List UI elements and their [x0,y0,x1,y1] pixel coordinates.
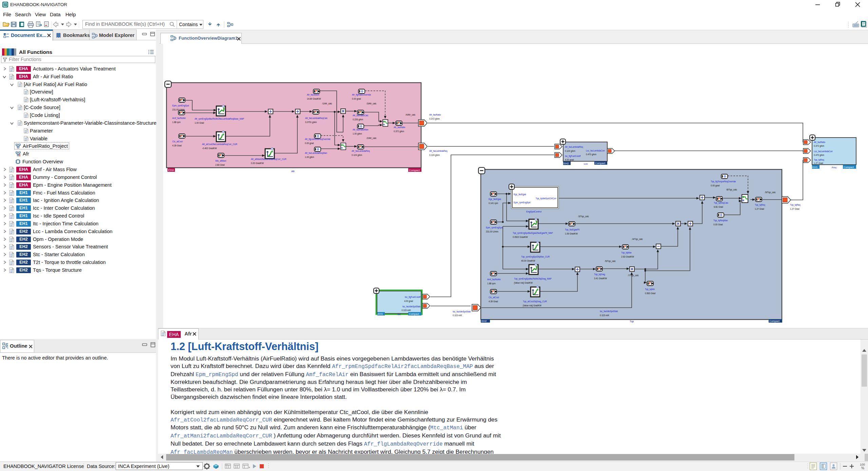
svg-text:Tqs_flgTorqueReqOverride: Tqs_flgTorqueReqOverride [711,180,736,183]
svg-text:Afr_atCool2facLambdaReqCorr_CU: Afr_atCool2facLambdaReqCorr_CUR [202,143,237,146]
svg-text:0.372 g/km: 0.372 g/km [814,145,824,147]
svg-text:EH2: EH2 [481,320,487,323]
svg-text:Afr_facRatio: Afr_facRatio [429,114,441,116]
svg-text:Afr_facRatio: Afr_facRatio [814,141,826,144]
svg-text:0.470 g/km: 0.470 g/km [586,153,596,156]
svg-text:231.00 U/min: 231.00 U/min [172,108,185,111]
svg-text:1.88 rpm: 1.88 rpm [487,282,495,285]
svg-text:Tqs_rpmEngSpdfacRelAir2tqDrag_: Tqs_rpmEngSpdfacRelAir2tqDrag_MAP [514,278,552,280]
svg-text:Epm_rpmEngSpd: Epm_rpmEngSpd [172,104,189,107]
svg-text:2.63 GradKW: 2.63 GradKW [621,255,634,258]
svg-text:[Value n/a] GradKW: [Value n/a] GradKW [523,304,542,307]
svg-text:Afr_facRatioCalc: Afr_facRatioCalc [353,114,369,117]
svg-text:Amf_facRelAir: Amf_facRelAir [487,278,501,281]
svg-text:1.00 g/km: 1.00 g/km [353,132,362,135]
svg-text:Lcc_facLambdaCorr: Lcc_facLambdaCorr [586,149,605,152]
svg-text:0.563 Grad: 0.563 Grad [645,292,656,294]
svg-text:Ctc_atCool: Ctc_atCool [489,296,499,299]
svg-text:0.115 m/K: 0.115 m/K [401,309,411,311]
svg-text:1.27 Grad: 1.27 Grad [790,208,800,210]
svg-text:Afr_facLambdaReqMan: Afr_facLambdaReqMan [305,152,327,155]
svg-text:/1/Afr_calc: /1/Afr_calc [322,102,332,105]
svg-text:Epm_rpmEngSpd: Epm_rpmEngSpd [486,226,503,229]
svg-text:-0.402 GradKW: -0.402 GradKW [202,147,217,149]
svg-text:6.81 Grad: 6.81 Grad [714,206,723,208]
svg-text:Compact: Compact [409,312,419,315]
svg-text:Compact: Compact [595,162,606,165]
svg-text:Afr: Afr [291,170,295,173]
svg-text:/4/Tqs_calc: /4/Tqs_calc [632,238,643,241]
svg-text:1.06 GradKW: 1.06 GradKW [565,232,578,235]
svg-text:Amf_facRelAir: Amf_facRelAir [172,117,186,120]
svg-text:0.00 GradKW: 0.00 GradKW [251,162,264,164]
svg-text:Fmc: Fmc [832,166,837,169]
svg-text:40.00 GradKW: 40.00 GradKW [521,260,535,262]
svg-text:x: x [236,466,237,468]
svg-text:Isc_flgFuelCutoff: Isc_flgFuelCutoff [405,296,420,299]
svg-text:Ctc_atCool: Ctc_atCool [172,140,183,143]
svg-text:Afr_facLambdaReq: Afr_facLambdaReq [429,150,448,152]
svg-text:Isc_flgFuelCutoff: Isc_flgFuelCutoff [565,155,580,158]
svg-text:4.39 Grad: 4.39 Grad [489,300,498,303]
svg-text:Isc_facIdleSpdStab: Isc_facIdleSpdStab [402,305,421,308]
svg-text:%: % [861,466,864,470]
svg-text:0.124 g/km: 0.124 g/km [565,150,575,152]
svg-text:0.226 g/km: 0.226 g/km [353,118,363,121]
svg-text:Tqs_tqReq: Tqs_tqReq [790,204,801,206]
svg-text:2.83 Grad: 2.83 Grad [215,164,225,166]
svg-text:Tqs_tqReqMan: Tqs_tqReqMan [713,219,728,222]
svg-text:EH1: EH1 [812,166,818,169]
svg-text:Compact: Compact [844,166,854,169]
svg-text:Tqs_rpmEngSpdfacEgas2facEgasFl: Tqs_rpmEngSpdfacEgas2facEgasFlt_MAP [513,232,553,234]
svg-text:0.0522 GradKW: 0.0522 GradKW [513,236,528,238]
svg-text:Tqs_tqMin: Tqs_tqMin [645,288,655,291]
svg-text:Afr_facLambdaReqCalc: Afr_facLambdaReqCalc [305,117,328,120]
svg-text:EngSpdControl: EngSpdControl [526,210,541,213]
svg-text:Compact: Compact [769,320,780,323]
svg-text:Tqs_tqReq: Tqs_tqReq [755,204,765,206]
svg-text:/3/Afr_calc: /3/Afr_calc [367,102,377,105]
svg-text:Lcc_facLambdaCorr: Lcc_facLambdaCorr [814,150,833,153]
svg-text:KF: KF [226,464,228,466]
svg-text:Tqs_facEgasFlt: Tqs_facEgasFlt [565,228,579,231]
svg-text:Tqs_tqIdleSpdCtrlCorr: Tqs_tqIdleSpdCtrlCorr [536,197,557,200]
svg-text:Tqs_tqDrag: Tqs_tqDrag [594,273,605,276]
svg-text:0.115 m/K: 0.115 m/K [453,314,462,316]
svg-text:14.69 GradKW: 14.69 GradKW [307,98,321,100]
svg-text:Afr_facLambdaReq: Afr_facLambdaReq [565,146,583,148]
svg-text:/4/Afr_calc: /4/Afr_calc [406,114,416,116]
svg-text:EHA: EHA [168,168,174,172]
svg-text:Tqs_tqReqCalc: Tqs_tqReqCalc [714,202,729,204]
svg-text:Egc_facEgas: Egc_facEgas [489,198,501,201]
svg-text:3.41 GradKW: 3.41 GradKW [594,277,607,280]
svg-text:Isc_facIdleSpdStab: Isc_facIdleSpdStab [600,310,618,313]
svg-text:4.00 grad: 4.00 grad [565,159,574,161]
svg-text:Afr_flgRatioOverride: Afr_flgRatioOverride [352,94,371,96]
svg-text:Afr_facRatio: Afr_facRatio [394,126,406,129]
svg-text:231.00 U/min: 231.00 U/min [486,230,498,233]
svg-text:Tqs_rpmEngSpd2tqMax_CUR: Tqs_rpmEngSpd2tqMax_CUR [521,255,550,258]
svg-text:0.124 g/km: 0.124 g/km [429,154,440,157]
svg-text:0.00 grad: 0.00 grad [305,142,314,145]
svg-text:/5/Tqs_calc: /5/Tqs_calc [605,260,616,263]
svg-text:Afr_flgLambdaReqOverride: Afr_flgLambdaReqOverride [305,138,331,141]
svg-text:Compact: Compact [409,169,420,172]
svg-text:0.115 m/K: 0.115 m/K [600,314,610,316]
svg-text:Afr_facLambdaReq: Afr_facLambdaReq [352,150,370,152]
svg-text:Tqs_tqReq: Tqs_tqReq [814,159,824,161]
svg-text:0.372 g/km: 0.372 g/km [429,118,440,120]
svg-text:/9/Tqs_calc: /9/Tqs_calc [765,191,776,194]
svg-text:1.00 g/km: 1.00 g/km [305,156,314,159]
svg-text:Isc: Isc [397,313,401,316]
svg-text:1.88 rpm: 1.88 rpm [172,121,180,124]
svg-text:Mtc_atMani: Mtc_atMani [215,160,226,162]
svg-text:1.00 Grad: 1.00 Grad [195,122,204,124]
svg-text:/7/Tqs_calc: /7/Tqs_calc [628,274,639,277]
svg-text:EH1: EH1 [378,312,383,315]
svg-text:Lcc: Lcc [584,162,588,165]
svg-text:Afr_facStoich: Afr_facStoich [307,94,319,96]
svg-text:1.27 Grad: 1.27 Grad [814,162,823,164]
svg-text:EH2: EH2 [564,162,569,165]
svg-text:Epm_rpmEngSpd: Epm_rpmEngSpd [514,201,531,204]
svg-text:4.39 Grad: 4.39 Grad [172,144,182,147]
